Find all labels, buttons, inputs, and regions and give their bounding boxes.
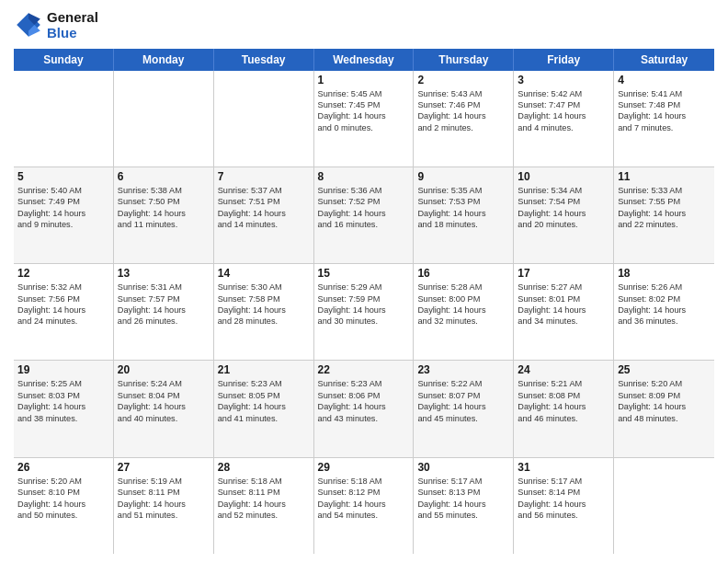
cell-line: and 50 minutes. bbox=[17, 510, 109, 521]
cell-line: Sunset: 7:57 PM bbox=[118, 293, 210, 304]
cell-line: Sunset: 7:55 PM bbox=[618, 196, 711, 207]
calendar-cell: 10Sunrise: 5:34 AMSunset: 7:54 PMDayligh… bbox=[514, 167, 614, 263]
calendar-cell bbox=[14, 71, 114, 167]
cell-line: and 16 minutes. bbox=[318, 219, 410, 230]
calendar-cell: 2Sunrise: 5:43 AMSunset: 7:46 PMDaylight… bbox=[414, 71, 514, 167]
calendar-cell: 20Sunrise: 5:24 AMSunset: 8:04 PMDayligh… bbox=[114, 361, 214, 456]
cell-line: Sunrise: 5:35 AM bbox=[417, 185, 509, 196]
day-number: 6 bbox=[118, 170, 210, 183]
calendar-cell: 26Sunrise: 5:20 AMSunset: 8:10 PMDayligh… bbox=[14, 458, 114, 554]
cell-line: Sunset: 8:02 PM bbox=[618, 293, 711, 304]
cell-line: Daylight: 14 hours bbox=[417, 304, 509, 316]
calendar-cell: 24Sunrise: 5:21 AMSunset: 8:08 PMDayligh… bbox=[514, 361, 614, 456]
cell-line: and 2 minutes. bbox=[417, 122, 509, 133]
cell-line: Daylight: 14 hours bbox=[618, 208, 711, 219]
day-number: 24 bbox=[518, 363, 609, 376]
day-number: 20 bbox=[118, 363, 210, 376]
cell-line: Sunset: 8:03 PM bbox=[17, 390, 109, 401]
day-number: 28 bbox=[218, 461, 310, 474]
calendar-cell: 30Sunrise: 5:17 AMSunset: 8:13 PMDayligh… bbox=[414, 458, 514, 554]
cell-line: and 14 minutes. bbox=[218, 219, 310, 230]
day-number: 26 bbox=[17, 461, 109, 474]
cell-line: Daylight: 14 hours bbox=[318, 401, 410, 412]
cell-line: Sunrise: 5:30 AM bbox=[218, 282, 310, 293]
cell-line: Sunset: 8:13 PM bbox=[417, 487, 509, 498]
cell-line: Daylight: 14 hours bbox=[417, 110, 509, 121]
cell-line: Daylight: 14 hours bbox=[118, 401, 210, 412]
cell-line: Daylight: 14 hours bbox=[618, 401, 711, 412]
calendar-row: 26Sunrise: 5:20 AMSunset: 8:10 PMDayligh… bbox=[14, 458, 714, 554]
logo-text: General Blue bbox=[47, 9, 98, 41]
cell-line: and 41 minutes. bbox=[218, 413, 310, 424]
cell-line: and 51 minutes. bbox=[118, 510, 210, 521]
cell-line: and 43 minutes. bbox=[318, 413, 410, 424]
cell-line: Daylight: 14 hours bbox=[518, 110, 609, 121]
cell-line: Daylight: 14 hours bbox=[17, 304, 109, 316]
cell-line: Daylight: 14 hours bbox=[218, 401, 310, 412]
weekday-header: Monday bbox=[114, 49, 214, 71]
day-number: 10 bbox=[518, 170, 609, 183]
logo-icon bbox=[14, 10, 43, 40]
cell-line: and 7 minutes. bbox=[618, 122, 711, 133]
cell-line: Sunset: 8:11 PM bbox=[118, 487, 210, 498]
cell-line: Sunset: 7:54 PM bbox=[518, 196, 609, 207]
weekday-header: Saturday bbox=[614, 49, 714, 71]
cell-line: Sunrise: 5:17 AM bbox=[417, 476, 509, 487]
cell-line: Sunset: 7:51 PM bbox=[218, 196, 310, 207]
cell-line: Sunrise: 5:24 AM bbox=[118, 378, 210, 389]
cell-line: Daylight: 14 hours bbox=[417, 499, 509, 510]
day-number: 21 bbox=[218, 363, 310, 376]
cell-line: Daylight: 14 hours bbox=[218, 208, 310, 219]
day-number: 18 bbox=[618, 267, 711, 280]
calendar-body: 1Sunrise: 5:45 AMSunset: 7:45 PMDaylight… bbox=[14, 71, 714, 555]
calendar-cell bbox=[114, 71, 214, 167]
cell-line: Sunset: 7:47 PM bbox=[518, 99, 609, 110]
cell-line: Sunset: 8:05 PM bbox=[218, 390, 310, 401]
cell-line: Sunrise: 5:28 AM bbox=[417, 282, 509, 293]
day-number: 7 bbox=[218, 170, 310, 183]
cell-line: and 24 minutes. bbox=[17, 316, 109, 327]
calendar-cell: 29Sunrise: 5:18 AMSunset: 8:12 PMDayligh… bbox=[314, 458, 415, 554]
day-number: 23 bbox=[417, 363, 509, 376]
cell-line: and 22 minutes. bbox=[618, 219, 711, 230]
weekday-header: Tuesday bbox=[214, 49, 314, 71]
cell-line: Sunrise: 5:18 AM bbox=[318, 476, 410, 487]
calendar-header: SundayMondayTuesdayWednesdayThursdayFrid… bbox=[14, 49, 714, 71]
cell-line: Daylight: 14 hours bbox=[618, 304, 711, 316]
cell-line: and 46 minutes. bbox=[518, 413, 609, 424]
cell-line: Sunset: 8:12 PM bbox=[318, 487, 410, 498]
cell-line: Sunrise: 5:36 AM bbox=[318, 185, 410, 196]
calendar-cell: 21Sunrise: 5:23 AMSunset: 8:05 PMDayligh… bbox=[214, 361, 314, 456]
cell-line: Sunset: 7:46 PM bbox=[417, 99, 509, 110]
cell-line: and 48 minutes. bbox=[618, 413, 711, 424]
day-number: 19 bbox=[17, 363, 109, 376]
cell-line: Daylight: 14 hours bbox=[17, 208, 109, 219]
calendar-cell: 27Sunrise: 5:19 AMSunset: 8:11 PMDayligh… bbox=[114, 458, 214, 554]
calendar-cell: 12Sunrise: 5:32 AMSunset: 7:56 PMDayligh… bbox=[14, 264, 114, 360]
calendar-cell: 23Sunrise: 5:22 AMSunset: 8:07 PMDayligh… bbox=[414, 361, 514, 456]
cell-line: Daylight: 14 hours bbox=[318, 499, 410, 510]
cell-line: Sunrise: 5:40 AM bbox=[17, 185, 109, 196]
weekday-header: Friday bbox=[514, 49, 614, 71]
cell-line: Sunset: 7:53 PM bbox=[417, 196, 509, 207]
cell-line: Sunrise: 5:26 AM bbox=[618, 282, 711, 293]
calendar-cell: 4Sunrise: 5:41 AMSunset: 7:48 PMDaylight… bbox=[614, 71, 714, 167]
day-number: 29 bbox=[318, 461, 410, 474]
cell-line: Sunset: 8:09 PM bbox=[618, 390, 711, 401]
cell-line: Sunset: 7:45 PM bbox=[318, 99, 410, 110]
cell-line: Daylight: 14 hours bbox=[618, 110, 711, 121]
day-number: 22 bbox=[318, 363, 410, 376]
day-number: 3 bbox=[518, 74, 609, 86]
cell-line: Sunrise: 5:17 AM bbox=[518, 476, 609, 487]
cell-line: and 20 minutes. bbox=[518, 219, 609, 230]
cell-line: Daylight: 14 hours bbox=[218, 304, 310, 316]
cell-line: Sunrise: 5:34 AM bbox=[518, 185, 609, 196]
day-number: 2 bbox=[417, 74, 509, 86]
calendar-cell: 7Sunrise: 5:37 AMSunset: 7:51 PMDaylight… bbox=[214, 167, 314, 263]
cell-line: Sunrise: 5:23 AM bbox=[218, 378, 310, 389]
day-number: 8 bbox=[318, 170, 410, 183]
cell-line: and 18 minutes. bbox=[417, 219, 509, 230]
calendar-cell: 18Sunrise: 5:26 AMSunset: 8:02 PMDayligh… bbox=[614, 264, 714, 360]
cell-line: Sunrise: 5:19 AM bbox=[118, 476, 210, 487]
cell-line: and 45 minutes. bbox=[417, 413, 509, 424]
